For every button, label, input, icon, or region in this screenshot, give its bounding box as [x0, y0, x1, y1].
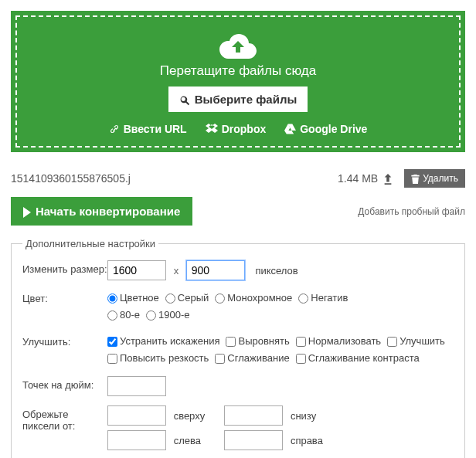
enhance-row: Улучшить: Устранить искажения Выровнять …: [22, 333, 454, 367]
dropzone-links: Ввести URL Dropbox Google Drive: [25, 123, 451, 135]
enhance-option[interactable]: Устранить искажения: [107, 333, 219, 350]
crop-left-label: слева: [174, 435, 217, 446]
add-test-file-link[interactable]: Добавить пробный файл: [358, 206, 465, 217]
chevron-right-icon: [23, 205, 31, 218]
dpi-input[interactable]: [107, 376, 166, 396]
enhance-label: Улучшить:: [22, 333, 107, 348]
enhance-checkbox[interactable]: [387, 337, 397, 347]
dpi-label: Точек на дюйм:: [22, 376, 107, 391]
color-option[interactable]: 1900-е: [146, 307, 189, 324]
color-radio[interactable]: [298, 293, 308, 304]
delete-button[interactable]: Удалить: [404, 169, 465, 188]
enhance-checkbox[interactable]: [107, 354, 117, 364]
x-separator: x: [174, 265, 179, 276]
action-row: Начать конвертирование Добавить пробный …: [0, 194, 476, 233]
dropbox-label: Dropbox: [222, 123, 267, 135]
link-icon: [109, 124, 120, 134]
crop-top-input[interactable]: [107, 405, 166, 426]
color-options: Цветное Серый Монохромное Негатив 80-е 1…: [107, 290, 454, 324]
color-option[interactable]: 80-е: [107, 307, 140, 324]
enhance-options: Устранить искажения Выровнять Нормализов…: [107, 333, 454, 367]
dropzone[interactable]: Перетащите файлы сюда Выберите файлы Вве…: [11, 11, 465, 152]
enhance-checkbox[interactable]: [107, 337, 117, 347]
file-row: 1514109360155876505.j 1.44 MB Удалить: [0, 163, 476, 194]
dropbox-link[interactable]: Dropbox: [206, 123, 267, 135]
color-radio[interactable]: [107, 310, 117, 321]
color-option[interactable]: Негатив: [298, 290, 348, 307]
height-input[interactable]: [186, 260, 245, 280]
color-radio[interactable]: [165, 293, 175, 304]
crop-row: Обрежьте пиксели от: сверху снизу слева …: [22, 405, 454, 455]
dropzone-inner: Перетащите файлы сюда Выберите файлы Вве…: [15, 15, 461, 148]
enhance-option[interactable]: Выровнять: [226, 333, 289, 350]
start-convert-button[interactable]: Начать конвертирование: [11, 197, 192, 226]
gdrive-link[interactable]: Google Drive: [284, 123, 367, 135]
select-files-button[interactable]: Выберите файлы: [168, 87, 308, 112]
crop-right-label: справа: [291, 435, 334, 446]
select-files-label: Выберите файлы: [195, 93, 298, 106]
color-row: Цвет: Цветное Серый Монохромное Негатив …: [22, 290, 454, 324]
enhance-option[interactable]: Нормализовать: [296, 333, 381, 350]
enhance-checkbox[interactable]: [215, 354, 225, 364]
enhance-checkbox[interactable]: [226, 337, 236, 347]
gdrive-label: Google Drive: [300, 123, 367, 135]
resize-unit: пикселов: [255, 265, 298, 276]
enhance-option[interactable]: Повысить резкость: [107, 350, 209, 367]
resize-row: Изменить размер: x пикселов: [22, 260, 454, 280]
enter-url-link[interactable]: Ввести URL: [109, 123, 187, 135]
enhance-option[interactable]: Сглаживание: [215, 350, 289, 367]
enter-url-label: Ввести URL: [124, 123, 187, 135]
color-radio[interactable]: [215, 293, 225, 304]
enhance-checkbox[interactable]: [296, 337, 306, 347]
cloud-upload-icon: [25, 32, 451, 59]
dropzone-title: Перетащите файлы сюда: [25, 63, 451, 79]
settings-legend: Дополнительные настройки: [22, 238, 158, 249]
crop-bottom-label: снизу: [291, 410, 334, 422]
advanced-settings: Дополнительные настройки Изменить размер…: [11, 238, 465, 458]
search-icon: [179, 93, 190, 106]
color-option[interactable]: Серый: [165, 290, 209, 307]
convert-label: Начать конвертирование: [36, 205, 180, 218]
dpi-row: Точек на дюйм:: [22, 376, 454, 396]
color-option[interactable]: Монохромное: [215, 290, 292, 307]
enhance-option[interactable]: Сглаживание контраста: [296, 350, 420, 367]
crop-right-input[interactable]: [224, 430, 283, 450]
gdrive-icon: [284, 124, 296, 134]
color-label: Цвет:: [22, 290, 107, 304]
enhance-checkbox[interactable]: [296, 354, 306, 364]
color-radio[interactable]: [107, 293, 117, 304]
crop-left-input[interactable]: [107, 430, 166, 450]
file-name: 1514109360155876505.j: [11, 172, 338, 185]
color-radio[interactable]: [146, 310, 156, 321]
width-input[interactable]: [107, 260, 166, 280]
resize-label: Изменить размер:: [22, 260, 107, 275]
crop-bottom-input[interactable]: [224, 405, 283, 426]
enhance-option[interactable]: Улучшить: [387, 333, 445, 350]
color-option[interactable]: Цветное: [107, 290, 159, 307]
crop-top-label: сверху: [174, 410, 217, 422]
trash-icon: [411, 173, 420, 184]
crop-label: Обрежьте пиксели от:: [22, 405, 107, 432]
delete-label: Удалить: [423, 173, 458, 184]
file-size: 1.44 MB: [338, 172, 378, 185]
dropbox-icon: [206, 124, 218, 134]
upload-icon: [382, 172, 393, 185]
